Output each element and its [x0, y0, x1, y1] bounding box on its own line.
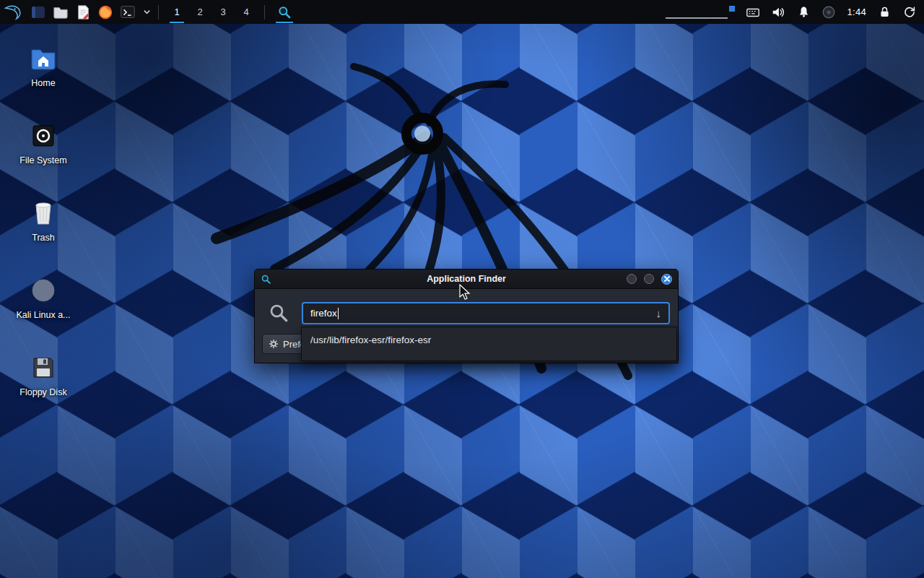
workspace-label: 4 [243, 7, 248, 17]
workspace-label: 2 [197, 7, 202, 17]
taskbar-application-finder[interactable] [271, 0, 297, 24]
folder-icon [53, 4, 69, 20]
power-session-icon[interactable] [902, 5, 917, 20]
clock[interactable]: 1:44 [847, 7, 866, 17]
workspace-3[interactable]: 3 [212, 0, 235, 24]
kali-logo-icon [4, 3, 22, 21]
workspace-2[interactable]: 2 [188, 0, 212, 24]
firefox-icon [97, 4, 113, 20]
panel-separator [158, 5, 159, 20]
kali-docs-icon [28, 275, 58, 306]
desktop-icon-trash[interactable]: Trash [7, 198, 79, 243]
desktop-icon-label: Home [7, 78, 79, 88]
trash-icon [28, 198, 58, 228]
mouse-cursor [459, 284, 472, 301]
launcher-dropdown[interactable] [141, 4, 152, 21]
panel-graph-widget[interactable] [666, 4, 735, 20]
completion-item[interactable]: /usr/lib/firefox-esr/firefox-esr [305, 330, 674, 350]
status-circle-icon[interactable] [821, 5, 836, 20]
desktop-icon-home[interactable]: Home [7, 43, 79, 88]
desktop-icon-label: Kali Linux a... [7, 310, 79, 320]
graph-baseline [666, 17, 728, 19]
minimize-button[interactable] [627, 274, 637, 284]
desktop-icon-label: Floppy Disk [7, 387, 79, 397]
desktop-icon-label: Trash [7, 233, 79, 243]
desktop-icon-label: File System [7, 155, 79, 165]
workspace-4[interactable]: 4 [235, 0, 258, 24]
applications-menu-button[interactable] [0, 0, 25, 24]
home-folder-icon [28, 43, 58, 74]
drive-icon [28, 121, 58, 151]
launcher-text-editor[interactable] [74, 4, 92, 21]
search-input[interactable]: firefox ↓ [302, 302, 670, 324]
dropdown-arrow-icon[interactable]: ↓ [656, 307, 662, 319]
search-input-text: firefox [310, 308, 337, 319]
launcher-firefox[interactable] [97, 4, 114, 21]
desktop: Home File System Trash [0, 0, 924, 578]
close-icon [664, 276, 670, 282]
desktop-icon-kali-docs[interactable]: Kali Linux a... [7, 275, 79, 320]
lock-screen-icon[interactable] [877, 5, 892, 20]
workspace-label: 3 [220, 7, 225, 17]
search-icon [268, 302, 289, 324]
floppy-icon [28, 353, 58, 383]
graph-marker [729, 6, 735, 12]
launcher-file-manager[interactable] [52, 4, 69, 21]
workspace-1[interactable]: 1 [165, 0, 188, 24]
desktop-icon-filesystem[interactable]: File System [7, 121, 79, 165]
window-app-icon [261, 274, 271, 285]
text-caret [338, 308, 339, 319]
volume-icon[interactable] [771, 5, 785, 20]
panel-separator [264, 5, 265, 20]
desktop-icon-floppy[interactable]: Floppy Disk [7, 353, 79, 397]
dark-app-icon [30, 4, 46, 20]
window-title: Application Finder [255, 274, 678, 284]
search-task-icon [277, 5, 292, 20]
gear-icon [269, 339, 279, 349]
maximize-button[interactable] [644, 274, 654, 284]
chevron-down-icon [143, 8, 151, 16]
close-button[interactable] [661, 274, 672, 285]
notifications-bell-icon[interactable] [796, 5, 811, 20]
keyboard-tray-icon[interactable] [746, 5, 760, 20]
launcher-terminal[interactable] [119, 4, 136, 21]
top-panel: 1 2 3 4 [0, 0, 924, 24]
launcher-files-dark[interactable] [30, 4, 47, 21]
terminal-icon [120, 4, 136, 20]
workspace-label: 1 [174, 7, 179, 17]
text-editor-icon [75, 4, 91, 20]
completion-popup: /usr/lib/firefox-esr/firefox-esr [301, 327, 677, 361]
